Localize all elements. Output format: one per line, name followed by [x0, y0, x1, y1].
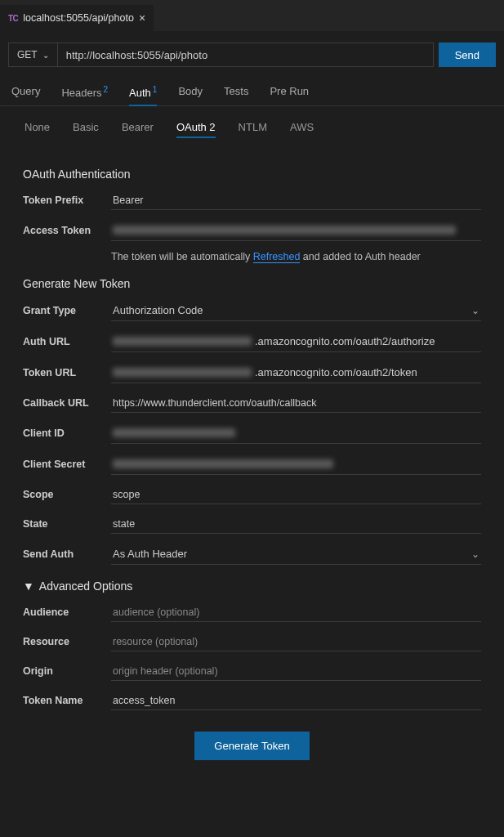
request-row: GET ⌄ Send [0, 31, 504, 75]
oauth-panel: OAuth Authentication Token Prefix Access… [0, 145, 504, 837]
generate-section-title: Generate New Token [23, 277, 481, 290]
callback-url-label: Callback URL [23, 397, 111, 409]
tab-auth[interactable]: Auth1 [129, 80, 157, 105]
oauth-section-title: OAuth Authentication [23, 168, 481, 181]
editor-tab[interactable]: TC localhost:5055/api/photo × [0, 5, 154, 31]
tab-query[interactable]: Query [11, 80, 40, 105]
auth-url-input[interactable]: .amazoncognito.com/oauth2/authorize [111, 331, 481, 352]
tc-icon: TC [8, 14, 18, 23]
send-auth-label: Send Auth [23, 548, 111, 560]
client-secret-input[interactable] [111, 454, 481, 475]
tab-prerun[interactable]: Pre Run [270, 80, 309, 105]
advanced-options-label: Advanced Options [39, 580, 132, 593]
tab-title: localhost:5055/api/photo [23, 12, 134, 24]
http-method-select[interactable]: GET ⌄ [8, 43, 58, 67]
auth-tab-bearer[interactable]: Bearer [122, 121, 154, 138]
url-input[interactable] [58, 43, 434, 67]
send-auth-select[interactable]: As Auth Header ⌄ [111, 544, 481, 565]
http-method-value: GET [17, 49, 38, 60]
tab-headers[interactable]: Headers2 [61, 80, 108, 105]
token-name-input[interactable] [111, 691, 481, 710]
client-id-input[interactable] [111, 423, 481, 444]
auth-url-suffix: .amazoncognito.com/oauth2/authorize [255, 335, 435, 347]
auth-tab-oauth2[interactable]: OAuth 2 [176, 121, 216, 138]
token-url-suffix: .amazoncognito.com/oauth2/token [255, 366, 417, 378]
chevron-down-icon: ⌄ [471, 305, 479, 316]
callback-url-input[interactable] [111, 393, 481, 413]
generate-token-button[interactable]: Generate Token [194, 732, 309, 760]
headers-badge: 2 [104, 85, 109, 94]
send-button[interactable]: Send [439, 43, 496, 67]
client-secret-label: Client Secret [23, 459, 111, 470]
token-prefix-label: Token Prefix [23, 195, 111, 206]
auth-url-label: Auth URL [23, 336, 111, 347]
grant-type-select[interactable]: Authorization Code ⌄ [111, 300, 481, 321]
tab-auth-label: Auth [129, 87, 151, 99]
refreshed-link[interactable]: Refreshed [253, 251, 301, 263]
audience-input[interactable] [111, 602, 481, 622]
close-icon[interactable]: × [139, 12, 145, 24]
audience-label: Audience [23, 606, 111, 618]
token-url-label: Token URL [23, 367, 111, 378]
resource-input[interactable] [111, 632, 481, 651]
origin-input[interactable] [111, 661, 481, 681]
token-url-input[interactable]: .amazoncognito.com/oauth2/token [111, 362, 481, 383]
origin-label: Origin [23, 665, 111, 677]
scope-input[interactable] [111, 485, 481, 504]
auth-tab-aws[interactable]: AWS [290, 121, 314, 138]
token-name-label: Token Name [23, 695, 111, 706]
tab-headers-label: Headers [61, 87, 101, 99]
access-token-label: Access Token [23, 225, 111, 236]
scope-label: Scope [23, 489, 111, 500]
grant-type-value: Authorization Code [113, 304, 471, 316]
send-auth-value: As Auth Header [113, 548, 471, 560]
auth-type-tabs: None Basic Bearer OAuth 2 NTLM AWS [0, 106, 504, 145]
token-refresh-hint: The token will be automatically Refreshe… [111, 251, 481, 262]
state-label: State [23, 518, 111, 530]
resource-label: Resource [23, 636, 111, 647]
token-prefix-input[interactable] [111, 190, 481, 210]
chevron-down-icon: ⌄ [42, 51, 49, 60]
request-tabs: Query Headers2 Auth1 Body Tests Pre Run [0, 75, 504, 106]
client-id-label: Client ID [23, 427, 111, 439]
tab-body[interactable]: Body [178, 80, 203, 105]
tab-tests[interactable]: Tests [224, 80, 248, 105]
caret-down-icon: ▼ [23, 580, 34, 593]
auth-tab-basic[interactable]: Basic [73, 121, 99, 138]
auth-tab-ntlm[interactable]: NTLM [239, 121, 267, 138]
grant-type-label: Grant Type [23, 305, 111, 316]
auth-badge: 1 [153, 85, 158, 94]
auth-tab-none[interactable]: None [25, 121, 50, 138]
access-token-input[interactable] [111, 220, 481, 241]
advanced-options-toggle[interactable]: ▼ Advanced Options [23, 580, 481, 593]
state-input[interactable] [111, 514, 481, 534]
chevron-down-icon: ⌄ [471, 548, 479, 560]
tab-strip: TC localhost:5055/api/photo × [0, 5, 504, 31]
